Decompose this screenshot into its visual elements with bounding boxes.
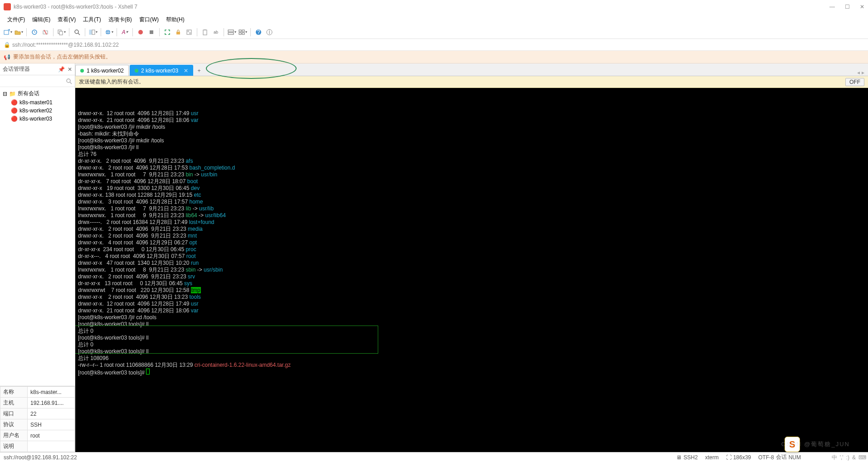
terminal-line: [root@k8s-worker03 tools]# ll <box>78 348 865 355</box>
horizontal-split-icon[interactable] <box>227 27 237 37</box>
reconnect-button[interactable] <box>29 27 39 37</box>
stop-button[interactable] <box>146 27 156 37</box>
search-icon <box>66 78 72 84</box>
menu-item[interactable]: 选项卡(B) <box>106 15 135 24</box>
sogou-ime-icon[interactable]: S <box>785 437 800 452</box>
font-icon[interactable]: A <box>120 27 130 37</box>
ime-item[interactable]: ⌨ <box>858 454 866 461</box>
info-text: 要添加当前会话，点击左侧的箭头按钮。 <box>13 53 111 61</box>
close-icon[interactable]: ✕ <box>68 66 72 73</box>
menu-item[interactable]: 查看(V) <box>55 15 78 24</box>
status-encoding: OTF-8 会话 NUM <box>758 453 801 461</box>
main-area: 会话管理器 📌 ✕ ⊟📁所有会话🔴k8s-master01🔴k8s-worker… <box>0 63 868 452</box>
terminal-line: -bash: mikdir: 未找到命令 <box>78 131 865 137</box>
session-sidebar: 会话管理器 📌 ✕ ⊟📁所有会话🔴k8s-master01🔴k8s-worker… <box>0 63 75 452</box>
svg-rect-20 <box>203 30 207 35</box>
separator <box>117 28 117 36</box>
record-button[interactable] <box>136 27 146 37</box>
search-icon[interactable] <box>72 27 82 37</box>
terminal-line: drwxr-xr-x 47 root root 1340 12月30日 10:2… <box>78 260 865 267</box>
disconnect-button[interactable] <box>40 27 50 37</box>
ime-item[interactable]: & <box>852 454 856 461</box>
menubar: 文件(F)编辑(E)查看(V)工具(T)选项卡(B)窗口(W)帮助(H) <box>0 14 868 25</box>
separator <box>159 28 160 36</box>
open-session-button[interactable] <box>14 27 24 37</box>
terminal-line: drwxr-xr-x. 12 root root 4096 12月28日 17:… <box>78 110 865 117</box>
tree-session[interactable]: 🔴k8s-worker02 <box>2 107 73 115</box>
prev-tab-icon[interactable]: ◂ <box>857 69 860 76</box>
terminal-line: 总计 108096 <box>78 355 865 362</box>
svg-rect-22 <box>228 30 234 32</box>
svg-line-8 <box>78 33 80 35</box>
help-icon[interactable]: ? <box>254 27 263 37</box>
ime-bar[interactable]: 中',':)&⌨ <box>832 453 866 462</box>
terminal-line: [root@k8s-worker03 tools]# ll <box>78 321 865 328</box>
terminal-line: dr-xr-xr-x 234 root root 0 12月30日 06:45 … <box>78 246 865 253</box>
terminal-line: drwxr-xr-x. 2 root root 4096 12月28日 17:5… <box>78 165 865 171</box>
menu-item[interactable]: 文件(F) <box>5 15 28 24</box>
sidebar-title: 会话管理器 <box>3 65 30 73</box>
new-session-button[interactable]: + <box>3 27 13 37</box>
svg-text:+: + <box>8 29 10 33</box>
tab[interactable]: 1 k8s-worker02 <box>75 65 129 76</box>
ascii-icon[interactable]: ab <box>211 27 221 37</box>
minimize-button[interactable]: — <box>829 4 835 10</box>
tree-session[interactable]: 🔴k8s-master01 <box>2 98 73 107</box>
titlebar: k8s-worker03 - root@k8s-worker03:/tools … <box>0 0 868 14</box>
svg-rect-15 <box>150 30 153 34</box>
sessions-panel-button[interactable] <box>88 27 98 37</box>
copy-button[interactable] <box>56 27 66 37</box>
menu-item[interactable]: 编辑(E) <box>29 15 53 24</box>
tab[interactable]: 2 k8s-worker03✕ <box>130 65 193 76</box>
fullscreen-icon[interactable] <box>162 27 172 37</box>
terminal-line: drwxr-xr-x. 3 root root 4096 12月28日 17:5… <box>78 199 865 205</box>
grid-split-icon[interactable] <box>238 27 248 37</box>
broadcast-bar: 发送键盘输入的所有会话。 OFF <box>75 76 868 88</box>
svg-point-32 <box>67 79 70 83</box>
speaker-icon: 📢 <box>4 54 10 60</box>
globe-icon[interactable] <box>104 27 114 37</box>
separator <box>101 28 101 36</box>
paste-icon[interactable] <box>200 27 210 37</box>
address-bar[interactable]: 🔒 ssh://root:***************@192.168.91.… <box>0 39 868 51</box>
svg-point-14 <box>138 30 143 34</box>
pin-icon[interactable]: 📌 <box>58 66 65 73</box>
sidebar-search[interactable] <box>0 75 75 87</box>
terminal-line: lrwxrwxrwx. 1 root root 7 9月21日 23:23 bi… <box>78 171 865 178</box>
terminal-line: [root@k8s-worker03 tools]# ll <box>78 335 865 341</box>
terminal-line: drwxr-xr-x. 12 root root 4096 12月28日 17:… <box>78 301 865 307</box>
tree-session[interactable]: 🔴k8s-worker03 <box>2 115 73 123</box>
address-text: ssh://root:***************@192.168.91.10… <box>12 42 119 48</box>
svg-rect-18 <box>187 30 189 32</box>
add-tab-button[interactable]: + <box>194 66 204 76</box>
property-row: 协议SSH <box>0 419 75 430</box>
terminal[interactable]: drwxr-xr-x. 12 root root 4096 12月28日 17:… <box>75 88 868 452</box>
svg-rect-21 <box>204 29 206 30</box>
next-tab-icon[interactable]: ▸ <box>862 69 864 76</box>
separator <box>132 28 133 36</box>
broadcast-text: 发送键盘输入的所有会话。 <box>79 78 144 86</box>
menu-item[interactable]: 工具(T) <box>80 15 103 24</box>
menu-item[interactable]: 窗口(W) <box>137 15 161 24</box>
transparent-icon[interactable] <box>184 27 194 37</box>
svg-rect-9 <box>89 30 92 34</box>
ime-item[interactable]: 中 <box>832 454 837 462</box>
info-icon[interactable]: i <box>264 27 274 37</box>
broadcast-off-button[interactable]: OFF <box>845 78 864 86</box>
ime-item[interactable]: :) <box>846 454 849 461</box>
terminal-line: lrwxrwxrwx. 1 root root 7 9月21日 23:23 li… <box>78 205 865 212</box>
session-properties: 名称k8s-master...主机192.168.91....端口22协议SSH… <box>0 386 75 452</box>
terminal-line: drwxr-xr-x. 2 root root 4096 9月21日 23:23… <box>78 226 865 233</box>
svg-point-7 <box>75 30 78 34</box>
tree-root[interactable]: ⊟📁所有会话 <box>2 89 73 98</box>
toolbar: + A ab ? i <box>0 25 868 39</box>
lock-icon[interactable] <box>173 27 183 37</box>
maximize-button[interactable]: ☐ <box>845 4 850 10</box>
close-icon[interactable]: ✕ <box>184 68 188 74</box>
svg-rect-27 <box>242 33 244 34</box>
terminal-line: lrwxrwxrwx. 1 root root 8 9月21日 23:23 sb… <box>78 267 865 273</box>
ime-item[interactable]: ',' <box>840 454 844 461</box>
menu-item[interactable]: 帮助(H) <box>163 15 187 24</box>
close-button[interactable]: ✕ <box>860 4 864 10</box>
terminal-line: [root@k8s-worker03 tools]# <box>78 369 865 376</box>
